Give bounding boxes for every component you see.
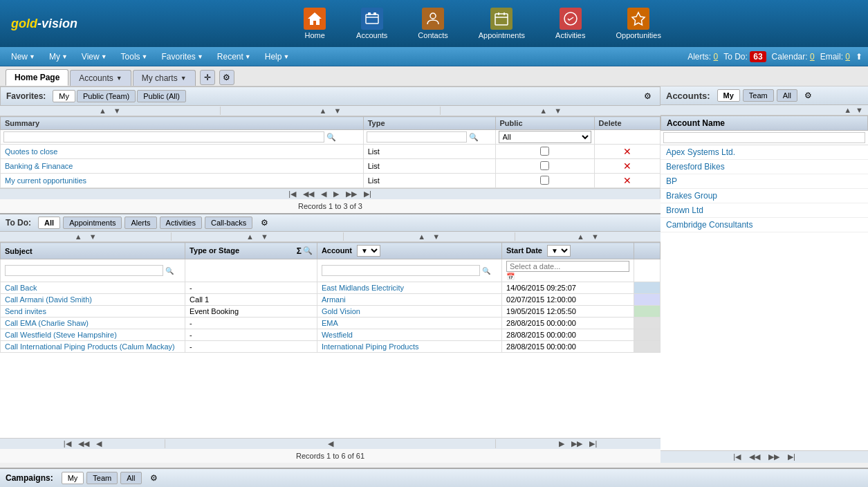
nav-opportunities[interactable]: Opportunities: [607, 5, 669, 42]
nav-home[interactable]: Home: [295, 5, 334, 42]
accounts-tab-all[interactable]: All: [777, 89, 797, 102]
sigma-icon[interactable]: Σ: [297, 246, 302, 256]
menu-new[interactable]: New ▼: [6, 50, 41, 63]
fav-row2-summary[interactable]: Banking & Finanace: [1, 159, 364, 174]
todo-subject-input[interactable]: [5, 265, 163, 276]
fav-link-3[interactable]: My current opportunities: [5, 176, 86, 185]
todo-link-5[interactable]: Call Westfield (Steve Hampshire): [5, 331, 117, 339]
nav-prev[interactable]: ▼: [111, 107, 123, 115]
todo-mid-nav[interactable]: ◀: [326, 439, 335, 448]
todo-account-5[interactable]: Westfield: [322, 331, 353, 339]
upload-icon[interactable]: ⬆: [856, 52, 862, 62]
fav-row1-delete[interactable]: ✕: [594, 145, 660, 159]
todo-col-subject[interactable]: Subject: [1, 243, 185, 259]
fav-row1-summary[interactable]: Quotes to close: [1, 145, 364, 159]
todo-next[interactable]: ▶: [557, 439, 566, 448]
todo-account-3[interactable]: Gold Vision: [322, 307, 360, 315]
todo-settings-icon[interactable]: ⚙: [261, 218, 268, 228]
todo-tab-activities[interactable]: Activities: [160, 217, 202, 229]
todo-type-search[interactable]: [185, 259, 317, 282]
acc-prev2[interactable]: ◀◀: [747, 452, 762, 461]
todo-link-3[interactable]: Send invites: [5, 307, 46, 315]
fav-search-cell[interactable]: 🔍: [1, 130, 364, 145]
todo-tab-callbacks[interactable]: Call-backs: [205, 217, 252, 229]
todo-subject-search[interactable]: 🔍: [1, 259, 185, 282]
menu-tools[interactable]: Tools ▼: [116, 50, 154, 63]
menu-help[interactable]: Help ▼: [259, 50, 295, 63]
menu-view[interactable]: View ▼: [76, 50, 113, 63]
todo-account-4[interactable]: EMA: [322, 319, 338, 327]
nav-dn2[interactable]: ▼: [332, 107, 344, 115]
type-search-icon[interactable]: 🔍: [303, 246, 313, 256]
nav-accounts[interactable]: Accounts: [348, 5, 396, 42]
todo-col-startdate[interactable]: Start Date ▼: [502, 243, 634, 259]
accounts-sort-dn[interactable]: ▼: [853, 106, 865, 114]
fav-search-input[interactable]: [3, 131, 324, 143]
tab-add-button[interactable]: ✛: [200, 70, 215, 85]
acc-last[interactable]: ▶|: [786, 452, 797, 461]
fav-checkbox-3[interactable]: [540, 176, 549, 185]
nav-contacts[interactable]: Contacts: [409, 5, 456, 42]
nav-dn3[interactable]: ▼: [552, 107, 564, 115]
account-item-2[interactable]: Beresford Bikes: [661, 160, 868, 174]
fav-link-1[interactable]: Quotes to close: [5, 147, 57, 156]
todo-account-1[interactable]: East Midlands Electricity: [322, 284, 404, 292]
todo-tab-all[interactable]: All: [38, 217, 60, 229]
fav-row2-delete[interactable]: ✕: [594, 159, 660, 174]
account-filter-select[interactable]: ▼: [357, 245, 380, 257]
todo-col4-up[interactable]: ▲: [575, 232, 587, 241]
fav-row2-public[interactable]: [495, 159, 594, 174]
tab-mycharts[interactable]: My charts ▼: [133, 70, 196, 86]
todo-date-search[interactable]: 📅: [502, 259, 634, 282]
menu-favorites[interactable]: Favorites ▼: [156, 50, 209, 63]
favorites-tab-my[interactable]: My: [53, 90, 75, 102]
todo-row2-account[interactable]: Armani: [317, 294, 501, 306]
todo-first[interactable]: |◀: [62, 439, 73, 448]
todo-row4-account[interactable]: EMA: [317, 318, 501, 329]
fav-type-input[interactable]: [367, 131, 467, 143]
fav-link-2[interactable]: Banking & Finanace: [5, 162, 73, 170]
favorites-settings-icon[interactable]: ⚙: [640, 89, 654, 103]
favorites-tab-public-all[interactable]: Public (All): [137, 90, 186, 102]
date-search-icon[interactable]: 📅: [506, 273, 515, 280]
tab-accounts[interactable]: Accounts ▼: [70, 70, 131, 86]
app-logo[interactable]: gold-vision: [6, 0, 102, 47]
fav-row3-delete[interactable]: ✕: [594, 174, 660, 188]
fav-row1-public[interactable]: [495, 145, 594, 159]
fav-row3-summary[interactable]: My current opportunities: [1, 174, 364, 188]
account-item-3[interactable]: BP: [661, 174, 868, 189]
todo-col2-dn[interactable]: ▼: [259, 232, 270, 241]
todo-count[interactable]: 63: [750, 51, 766, 62]
fav-delete-3[interactable]: ✕: [623, 175, 631, 186]
email-count[interactable]: 0: [845, 52, 850, 62]
todo-account-search[interactable]: 🔍: [317, 259, 501, 282]
fav-row3-public[interactable]: [495, 174, 594, 188]
todo-col3-up[interactable]: ▲: [416, 232, 427, 241]
acc-next2[interactable]: ▶▶: [766, 452, 782, 461]
accounts-tab-my[interactable]: My: [717, 89, 740, 102]
account-item-5[interactable]: Brown Ltd: [661, 203, 868, 218]
nav-appointments[interactable]: Appointments: [470, 5, 533, 42]
todo-row5-subject[interactable]: Call Westfield (Steve Hampshire): [1, 329, 185, 341]
tab-mycharts-dropdown[interactable]: ▼: [181, 75, 187, 82]
fav-delete-2[interactable]: ✕: [623, 160, 631, 172]
todo-row1-subject[interactable]: Call Back: [1, 282, 185, 294]
todo-col2-up[interactable]: ▲: [244, 232, 256, 241]
todo-date-input[interactable]: [506, 261, 629, 272]
todo-account-2[interactable]: Armani: [322, 295, 346, 304]
todo-tab-alerts[interactable]: Alerts: [124, 217, 156, 229]
todo-col1-up[interactable]: ▲: [73, 232, 84, 241]
todo-col-account[interactable]: Account ▼: [317, 243, 501, 259]
todo-link-4[interactable]: Call EMA (Charlie Shaw): [5, 319, 89, 327]
todo-prev[interactable]: ◀: [94, 439, 104, 448]
todo-prev2[interactable]: ◀◀: [76, 439, 91, 448]
fav-type-search[interactable]: 🔍: [363, 130, 495, 145]
calendar-count[interactable]: 0: [810, 52, 815, 62]
account-item-1[interactable]: Apex Systems Ltd.: [661, 145, 868, 160]
tab-accounts-dropdown[interactable]: ▼: [116, 75, 122, 82]
todo-next2[interactable]: ▶▶: [569, 439, 584, 448]
fav-prev-btn[interactable]: ◀◀: [301, 190, 316, 199]
todo-col3-dn[interactable]: ▼: [430, 232, 442, 241]
todo-col4-dn[interactable]: ▼: [589, 232, 601, 241]
todo-row4-subject[interactable]: Call EMA (Charlie Shaw): [1, 318, 185, 329]
